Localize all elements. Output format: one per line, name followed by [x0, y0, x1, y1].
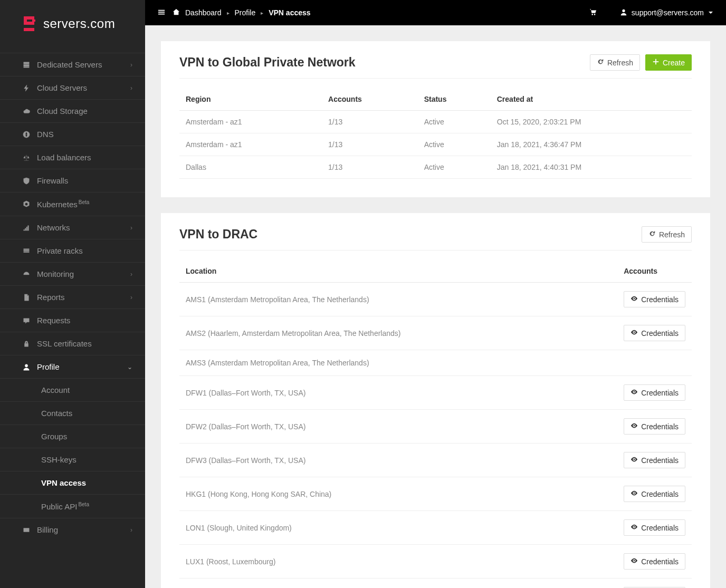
breadcrumb-profile[interactable]: Profile — [235, 8, 256, 17]
table-row[interactable]: Amsterdam - az11/13ActiveJan 18, 2021, 4… — [179, 133, 692, 156]
bolt-icon — [22, 84, 31, 92]
col-region: Region — [179, 88, 322, 111]
signal-icon — [22, 224, 31, 232]
vpn-global-table: Region Accounts Status Created at Amster… — [179, 88, 692, 179]
sidebar-item-label: Load balancers — [37, 153, 132, 162]
cloud-icon — [22, 107, 31, 115]
sidebar-subitem-vpn-access[interactable]: VPN access — [0, 471, 145, 494]
sidebar-subitem-ssh-keys[interactable]: SSH-keys — [0, 448, 145, 471]
menu-toggle-icon[interactable] — [158, 8, 165, 17]
sidebar-item-networks[interactable]: Networks› — [0, 216, 145, 239]
beta-badge: Beta — [78, 502, 89, 507]
sidebar-item-cloud-storage[interactable]: Cloud Storage — [0, 99, 145, 122]
sidebar-item-private-racks[interactable]: Private racks — [0, 239, 145, 262]
sidebar-item-ssl-certificates[interactable]: SSL certificates — [0, 332, 145, 355]
topbar: Dashboard ▸ Profile ▸ VPN access support… — [145, 0, 726, 25]
table-row: AMS1 (Amsterdam Metropolitan Area, The N… — [179, 283, 692, 316]
sidebar-item-label: KubernetesBeta — [37, 199, 132, 209]
cell-accounts: 1/13 — [322, 111, 418, 133]
cell-location: AMS3 (Amsterdam Metropolitan Area, The N… — [179, 350, 617, 376]
eye-icon — [631, 329, 638, 338]
table-row[interactable]: Amsterdam - az11/13ActiveOct 15, 2020, 2… — [179, 111, 692, 133]
sidebar-item-monitoring[interactable]: Monitoring› — [0, 262, 145, 285]
cell-created: Oct 15, 2020, 2:03:21 PM — [491, 111, 692, 133]
breadcrumb-dashboard[interactable]: Dashboard — [185, 8, 222, 17]
cell-action: Credentials — [617, 376, 692, 410]
cell-region: Amsterdam - az1 — [179, 133, 322, 156]
table-row: LON1 (Slough, United Kingdom)Credentials — [179, 511, 692, 545]
content: VPN to Global Private Network Refresh — [145, 25, 726, 588]
sidebar-item-label: Firewalls — [37, 176, 132, 185]
sidebar-item-requests[interactable]: Requests — [0, 309, 145, 332]
sidebar-item-profile[interactable]: Profile⌄ — [0, 355, 145, 378]
eye-icon — [631, 388, 638, 397]
breadcrumb: Dashboard ▸ Profile ▸ VPN access — [173, 8, 311, 17]
table-row: LUX1 (Roost, Luxembourg)Credentials — [179, 545, 692, 579]
eye-icon — [631, 489, 638, 498]
cell-action: Credentials — [617, 579, 692, 589]
home-icon[interactable] — [173, 8, 180, 17]
table-row: AMS2 (Haarlem, Amsterdam Metropolitan Ar… — [179, 316, 692, 350]
sidebar-item-firewalls[interactable]: Firewalls — [0, 169, 145, 192]
sidebar-item-cloud-servers[interactable]: Cloud Servers› — [0, 76, 145, 99]
table-row: AMS3 (Amsterdam Metropolitan Area, The N… — [179, 350, 692, 376]
sidebar-item-dns[interactable]: DNS — [0, 122, 145, 146]
credentials-button[interactable]: Credentials — [624, 452, 685, 468]
table-row: DFW2 (Dallas–Fort Worth, TX, USA)Credent… — [179, 410, 692, 444]
col-accounts: Accounts — [322, 88, 418, 111]
sidebar-subitem-public-api[interactable]: Public APIBeta — [0, 494, 145, 518]
chevron-right-icon: ▸ — [227, 10, 230, 16]
server-icon — [22, 61, 31, 69]
sidebar-subitem-account[interactable]: Account — [0, 378, 145, 401]
credentials-button[interactable]: Credentials — [624, 384, 685, 401]
eye-icon — [631, 557, 638, 566]
col-accounts: Accounts — [617, 260, 692, 283]
cart-icon[interactable] — [589, 8, 597, 17]
sidebar-item-label: Cloud Storage — [37, 107, 132, 115]
cell-location: HKG1 (Hong Kong, Hong Kong SAR, China) — [179, 477, 617, 511]
sidebar-nav: Dedicated Servers›Cloud Servers›Cloud St… — [0, 53, 145, 541]
cell-location: DFW3 (Dallas–Fort Worth, TX, USA) — [179, 444, 617, 477]
cell-location: DFW1 (Dallas–Fort Worth, TX, USA) — [179, 376, 617, 410]
sidebar-subitem-contacts[interactable]: Contacts — [0, 401, 145, 425]
user-menu[interactable]: support@servers.com — [620, 8, 713, 17]
sidebar-subitem-label: Public API — [41, 502, 77, 511]
cell-status: Active — [418, 111, 491, 133]
table-row: DFW3 (Dallas–Fort Worth, TX, USA)Credent… — [179, 444, 692, 477]
sidebar-item-load-balancers[interactable]: Load balancers — [0, 146, 145, 169]
sidebar-subitem-label: SSH-keys — [41, 455, 77, 464]
sidebar-item-kubernetes[interactable]: KubernetesBeta — [0, 192, 145, 216]
eye-icon — [631, 456, 638, 465]
cell-location: AMS1 (Amsterdam Metropolitan Area, The N… — [179, 283, 617, 316]
refresh-button[interactable]: Refresh — [642, 226, 692, 243]
sidebar-item-label: Reports — [37, 293, 130, 302]
credentials-button[interactable]: Credentials — [624, 325, 685, 341]
cell-location: AMS2 (Haarlem, Amsterdam Metropolitan Ar… — [179, 316, 617, 350]
credentials-button[interactable]: Credentials — [624, 291, 685, 307]
cell-location: DFW2 (Dallas–Fort Worth, TX, USA) — [179, 410, 617, 444]
sidebar-item-dedicated-servers[interactable]: Dedicated Servers› — [0, 53, 145, 76]
breadcrumb-current: VPN access — [269, 8, 310, 17]
credentials-button[interactable]: Credentials — [624, 553, 685, 570]
sidebar-item-reports[interactable]: Reports› — [0, 285, 145, 309]
credentials-button[interactable]: Credentials — [624, 519, 685, 536]
sidebar-subitem-groups[interactable]: Groups — [0, 425, 145, 448]
globe-icon — [22, 130, 31, 139]
credentials-button[interactable]: Credentials — [624, 486, 685, 502]
chevron-right-icon: › — [130, 294, 132, 301]
refresh-button[interactable]: Refresh — [590, 54, 640, 71]
cell-region: Amsterdam - az1 — [179, 111, 322, 133]
cell-accounts: 1/13 — [322, 156, 418, 179]
brand-logo[interactable]: servers.com — [0, 0, 145, 53]
col-status: Status — [418, 88, 491, 111]
beta-badge: Beta — [79, 199, 90, 205]
sidebar-item-label: SSL certificates — [37, 339, 132, 348]
sidebar-item-billing[interactable]: Billing› — [0, 518, 145, 541]
credentials-button[interactable]: Credentials — [624, 418, 685, 435]
table-row[interactable]: Dallas1/13ActiveJan 18, 2021, 4:40:31 PM — [179, 156, 692, 179]
refresh-icon — [597, 58, 604, 67]
balance-icon — [22, 153, 31, 162]
chevron-down-icon — [708, 8, 713, 17]
create-button[interactable]: Create — [645, 54, 692, 71]
panel-title: VPN to Global Private Network — [179, 55, 356, 70]
